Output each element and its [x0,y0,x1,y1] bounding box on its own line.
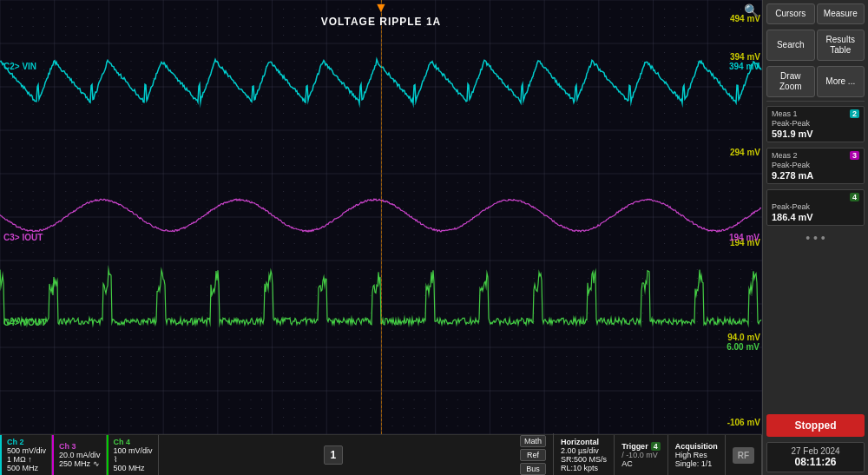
meas2-type: Peak-Peak [772,161,859,169]
meas1-label: Meas 1 [772,109,798,118]
status-mid: 1 [159,445,513,465]
meas1-box: Meas 1 2 Peak-Peak 591.9 mV [766,106,865,142]
horizontal-rl: RL:10 kpts [561,464,607,472]
acquisition-status: Acquisition High Res Single: 1/1 [668,435,726,475]
meas1-value: 591.9 mV [772,129,859,139]
ch2-right-label: 394 mV [729,62,760,71]
trigger-slope: / -10.0 mV [621,451,661,459]
search-scope-icon: 🔍 [744,3,759,17]
stopped-button[interactable]: Stopped [766,414,865,437]
ch4-right-label: 6.00 mV [727,342,760,352]
search-btn-row: Search Results Table [763,26,868,63]
ch2-div: 500 mV/div [7,446,46,455]
trigger-mode: AC [621,459,661,468]
trigger-indicator: ▼ [374,0,388,16]
horizontal-label: Horizontal [561,438,607,446]
math-button[interactable]: Math [520,435,546,447]
ch3-div: 20.0 mA/div [59,451,101,459]
voltage-label-2: 394 mV [730,52,760,62]
ch3-right-label: 194 mV [729,233,760,242]
ch4-status-label: Ch 4 [114,438,153,446]
trigger-ch-badge: 4 [651,442,661,451]
rf-indicator: RF [733,447,754,464]
meas3-ch: 4 [850,193,859,201]
dots-indicator: • • • [763,230,868,246]
search-button[interactable]: Search [766,30,815,61]
ch4-label: C4> VOUT [3,318,46,327]
rf-section: RF [726,435,762,475]
results-table-button[interactable]: Results Table [817,30,865,61]
ref-button[interactable]: Ref [520,449,546,461]
oscilloscope-display: VOLTAGE RIPPLE 1A ▼ 494 mV 394 mV 294 mV… [0,0,762,475]
ch2-imp: 1 MΩ ↑ [7,455,46,464]
ch2-status-label: Ch 2 [7,438,46,446]
acquisition-mode: High Res [675,451,718,459]
meas2-label: Meas 2 [772,151,798,160]
draw-btn-row: Draw Zoom More ... [763,63,868,99]
cursors-button[interactable]: Cursors [766,3,815,24]
draw-zoom-button[interactable]: Draw Zoom [766,66,815,97]
ch3-status: Ch 3 20.0 mA/div 250 MHz ∿ [52,435,107,475]
meas1-ch: 2 [850,109,859,118]
status-bar: Ch 2 500 mV/div 1 MΩ ↑ 500 MHz Ch 3 20.0… [0,434,762,475]
time-display: 08:11:26 [772,456,859,468]
meas1-type: Peak-Peak [772,119,859,128]
acquisition-label: Acquisition [675,442,718,451]
voltage-label-3: 294 mV [730,148,760,157]
meas2-box: Meas 2 3 Peak-Peak 9.278 mA [766,148,865,184]
ch3-imp: 250 MHz ∿ [59,459,101,468]
horizontal-div: 2.00 µs/div [561,446,607,455]
ch1-indicator: 1 [324,445,343,465]
ch3-label: C3> IOUT [3,233,43,242]
trigger-status: Trigger 4 / -10.0 mV AC [615,435,668,475]
measure-button[interactable]: Measure [817,3,865,24]
date-display: 27 Feb 2024 [772,446,859,456]
rp-divider-1 [766,101,865,102]
trigger-label: Trigger [621,442,648,451]
bus-button[interactable]: Bus [520,463,546,475]
ch4-status: Ch 4 100 mV/div ⌇ 500 MHz [107,435,159,475]
meas3-value: 186.4 mV [772,212,859,222]
acquisition-single: Single: 1/1 [675,459,718,468]
ch4-bw: 500 MHz [114,464,153,472]
top-btn-row: Cursors Measure [763,0,868,26]
right-panel: Cursors Measure Search Results Table Dra… [762,0,868,475]
bus-buttons: Math Ref Bus [513,433,554,475]
voltage-label-6: -106 mV [727,418,760,427]
meas2-value: 9.278 mA [772,170,859,181]
voltage-label-5: 94.0 mV [727,333,760,342]
ch4-line2: ⌇ [114,455,153,464]
horizontal-sr: SR:500 MS/s [561,455,607,464]
ch2-label: C2> VIN [3,62,36,71]
ch4-div: 100 mV/div [114,446,153,455]
rp-spacer [763,247,868,412]
ch3-status-label: Ch 3 [59,442,101,451]
more-button[interactable]: More ... [817,66,865,97]
horizontal-status: Horizontal 2.00 µs/div SR:500 MS/s RL:10… [554,435,615,475]
datetime-box: 27 Feb 2024 08:11:26 [766,442,865,472]
ch2-status: Ch 2 500 mV/div 1 MΩ ↑ 500 MHz [0,435,52,475]
meas2-ch: 3 [850,151,859,160]
ch2-bw: 500 MHz [7,464,46,472]
meas3-type: Peak-Peak [772,202,859,211]
scope-title: VOLTAGE RIPPLE 1A [321,16,442,28]
trigger-line [381,0,382,434]
meas3-box: 4 Peak-Peak 186.4 mV [766,189,865,226]
